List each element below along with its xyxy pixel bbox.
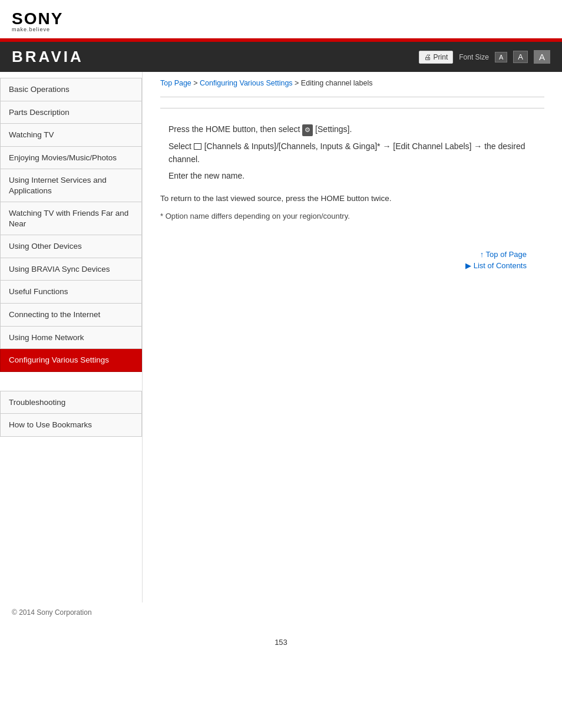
sidebar: Basic Operations Parts Description Watch… [0,72,143,602]
sidebar-item-parts-description[interactable]: Parts Description [0,101,142,124]
logo-area: SONY make.believe [0,0,562,38]
content-body: Press the HOME button, then select ⚙ [Se… [160,113,544,238]
breadcrumb-separator-1: > [193,79,200,87]
sidebar-item-watching-tv[interactable]: Watching TV [0,124,142,147]
sidebar-item-watching-friends[interactable]: Watching TV with Friends Far and Near [0,202,142,235]
font-size-medium-button[interactable]: A [513,51,528,63]
footer-links: ↑ Top of Page ▶ List of Contents [160,238,544,278]
sidebar-gap [0,372,142,381]
sidebar-item-configuring[interactable]: Configuring Various Settings [0,349,142,372]
bravia-title: BRAVIA [12,48,84,66]
channel-icon [194,143,201,150]
font-size-small-button[interactable]: A [495,52,507,62]
sony-tagline: make.believe [12,27,550,32]
page-number-area: 153 [0,628,562,653]
print-icon: 🖨 [424,53,431,61]
breadcrumb-configuring[interactable]: Configuring Various Settings [200,79,293,87]
sony-text: SONY [12,11,550,27]
copyright: © 2014 Sony Corporation [12,608,92,617]
note-region: * Option name differs depending on your … [160,210,544,223]
page-number: 153 [275,638,287,647]
breadcrumb-top-page[interactable]: Top Page [160,79,191,87]
header-controls: 🖨 Print Font Size A A A [419,50,550,64]
sidebar-item-connecting-internet[interactable]: Connecting to the Internet [0,304,142,327]
header-bar: BRAVIA 🖨 Print Font Size A A A [0,42,562,72]
breadcrumb: Top Page > Configuring Various Settings … [160,72,544,92]
sidebar-item-enjoying-movies[interactable]: Enjoying Movies/Music/Photos [0,147,142,170]
sidebar-item-basic-operations[interactable]: Basic Operations [0,78,142,101]
sidebar-item-troubleshooting[interactable]: Troubleshooting [0,391,142,414]
instruction-3: Enter the new name. [168,169,544,182]
sidebar-item-using-other[interactable]: Using Other Devices [0,235,142,258]
sony-logo: SONY make.believe [12,11,550,32]
page-footer: © 2014 Sony Corporation [0,602,562,628]
divider-top2 [160,108,544,108]
breadcrumb-separator-2: > [295,79,301,87]
top-of-page-link[interactable]: ↑ Top of Page [160,250,527,259]
sidebar-item-using-internet[interactable]: Using Internet Services and Applications [0,169,142,202]
breadcrumb-current: Editing channel labels [301,79,373,87]
main-layout: Basic Operations Parts Description Watch… [0,72,562,602]
sidebar-item-how-to-use[interactable]: How to Use Bookmarks [0,414,142,437]
font-size-label: Font Size [459,53,489,61]
note-home-button: To return to the last viewed source, pre… [160,192,544,205]
sidebar-item-using-bravia[interactable]: Using BRAVIA Sync Devices [0,258,142,281]
list-of-contents-link[interactable]: ▶ List of Contents [160,261,527,270]
print-button[interactable]: 🖨 Print [419,51,454,64]
sidebar-item-useful-functions[interactable]: Useful Functions [0,281,142,304]
content-area: Top Page > Configuring Various Settings … [143,72,562,602]
instruction-1: Press the HOME button, then select ⚙ [Se… [168,123,544,136]
instruction-2: Select [Channels & Inputs]/[Channels, In… [168,140,544,166]
sidebar-item-using-home[interactable]: Using Home Network [0,327,142,350]
divider-top [160,97,544,97]
print-label: Print [434,53,448,61]
settings-icon: ⚙ [302,124,313,136]
font-size-large-button[interactable]: A [534,50,550,64]
